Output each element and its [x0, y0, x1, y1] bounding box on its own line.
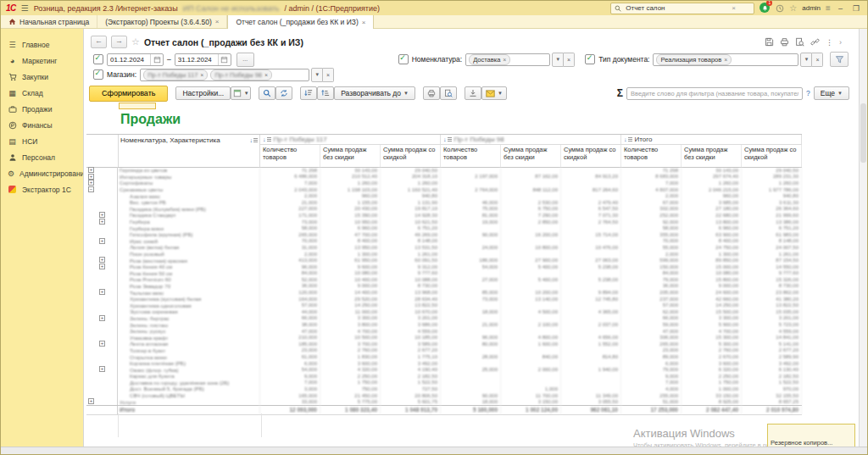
value-cell[interactable]: 29 040,50 — [381, 167, 441, 174]
value-cell[interactable] — [561, 328, 621, 335]
period-variants-button[interactable]: ... — [236, 53, 254, 67]
more-button[interactable]: Еще▼ — [814, 86, 849, 100]
value-cell[interactable]: 814,80 — [561, 353, 621, 360]
value-cell[interactable]: 3 300,00 — [682, 315, 742, 322]
row-name-cell[interactable]: Лилия (ветка) белая — [118, 244, 260, 251]
group-header-store2[interactable]: ↓Пр-т Победы 98 — [441, 135, 621, 145]
value-cell[interactable]: 1 002 124,00 — [501, 406, 561, 414]
sidebar-item-marketing[interactable]: ◕Маркетинг — [1, 53, 83, 69]
value-cell[interactable]: 87 162,00 — [501, 174, 561, 180]
value-cell[interactable]: 1 261,00 — [381, 251, 441, 258]
expand-plus-icon[interactable]: + — [88, 167, 94, 173]
store-checkbox[interactable] — [93, 69, 103, 80]
value-cell[interactable]: 13 950,00 — [320, 244, 381, 251]
value-cell[interactable]: 27 063,00 — [561, 257, 621, 264]
value-cell[interactable]: 2,000 — [260, 251, 320, 258]
value-cell[interactable]: 186,000 — [441, 257, 501, 264]
value-cell[interactable]: 2 764,50 — [561, 219, 621, 225]
value-cell[interactable]: 5 900,00 — [682, 321, 742, 328]
tab-extractor-projects[interactable]: (Экстрактор) Проекты (3.6.4.50) × — [97, 15, 227, 28]
value-cell[interactable]: 24,000 — [441, 244, 501, 251]
value-cell[interactable] — [501, 315, 561, 322]
value-cell[interactable]: 96,000 — [441, 334, 501, 341]
value-cell[interactable]: 3 150,00 — [501, 398, 561, 405]
value-cell[interactable]: 89,000 — [621, 353, 682, 360]
value-cell[interactable]: 10 080,00 — [320, 270, 381, 277]
value-cell[interactable]: 5 300,00 — [682, 341, 742, 347]
calendar-icon[interactable] — [150, 54, 163, 65]
value-cell[interactable]: 4 700,00 — [320, 328, 381, 335]
restore-button[interactable]: ❐ — [850, 4, 862, 13]
value-cell[interactable]: 9,000 — [621, 373, 682, 380]
value-cell[interactable]: 63 900,00 — [682, 231, 742, 238]
value-cell[interactable]: 7 071,30 — [561, 212, 621, 219]
value-cell[interactable]: 289 231,30 — [742, 174, 802, 180]
value-cell[interactable]: 8 657,25 — [742, 398, 802, 405]
value-cell[interactable]: 1 080 323,40 — [320, 406, 381, 414]
forward-button[interactable]: → — [111, 36, 127, 48]
value-cell[interactable]: 26 364,60 — [742, 206, 802, 213]
favorites-star-icon[interactable]: ☆ — [789, 4, 797, 13]
value-cell[interactable]: 1 260,00 — [320, 180, 381, 186]
value-cell[interactable]: 11 000,00 — [320, 308, 381, 315]
value-cell[interactable]: 38,000 — [260, 321, 320, 328]
value-cell[interactable] — [561, 270, 621, 277]
row-name-cell[interactable]: Гипсофила (крупная) (РБ) — [118, 231, 260, 238]
value-cell[interactable]: 1 261,00 — [742, 251, 802, 258]
value-cell[interactable]: 306,000 — [621, 334, 682, 341]
sidebar-item-finance[interactable]: Финансы — [1, 117, 83, 133]
value-cell[interactable]: 84 913,20 — [561, 174, 621, 180]
value-cell[interactable]: 42 660,00 — [682, 296, 742, 302]
value-cell[interactable] — [501, 347, 561, 354]
value-cell[interactable]: 2 037,00 — [561, 321, 621, 328]
value-cell[interactable]: 2 677,20 — [742, 347, 802, 354]
value-cell[interactable] — [561, 315, 621, 322]
value-cell[interactable]: 2 530,00 — [501, 199, 561, 206]
value-cell[interactable]: 19 817,10 — [381, 206, 441, 213]
value-cell[interactable]: 15 000,00 — [682, 264, 742, 270]
value-cell[interactable]: 9 777,60 — [742, 270, 802, 277]
group-header-total[interactable]: ↓Итого — [621, 135, 802, 145]
value-cell[interactable]: 4 800,00 — [501, 334, 561, 341]
value-cell[interactable]: 1 977 786,00 — [742, 186, 802, 193]
value-cell[interactable]: 150,000 — [621, 264, 682, 270]
value-cell[interactable]: 1 522,50 — [381, 380, 441, 386]
value-cell[interactable]: 29 520,00 — [320, 296, 381, 302]
value-cell[interactable]: 5 775,00 — [320, 398, 381, 405]
value-cell[interactable]: 36,000 — [260, 283, 320, 290]
value-cell[interactable]: 8 730,00 — [381, 283, 441, 290]
value-cell[interactable]: 255,000 — [621, 392, 682, 399]
value-cell[interactable] — [561, 283, 621, 290]
value-cell[interactable] — [441, 180, 501, 186]
value-cell[interactable]: 1 830,00 — [320, 353, 381, 360]
value-cell[interactable]: 2,000 — [260, 192, 320, 199]
expand-plus-icon[interactable]: + — [88, 398, 94, 404]
collapse-groups-button[interactable] — [300, 86, 317, 100]
value-cell[interactable]: 54,000 — [441, 264, 501, 270]
value-cell[interactable]: 73,000 — [441, 296, 501, 302]
row-name-cell[interactable]: СВЧ (готовый) ЦВЕТЫ — [118, 392, 260, 399]
value-cell[interactable]: 3 600,00 — [320, 360, 381, 367]
value-cell[interactable] — [501, 238, 561, 245]
value-cell[interactable]: 1 750,00 — [320, 380, 381, 386]
value-cell[interactable]: 25,000 — [441, 366, 501, 373]
selected-cell[interactable] — [119, 103, 156, 109]
value-cell[interactable]: 47,000 — [621, 328, 682, 335]
history-button[interactable] — [776, 4, 784, 13]
value-cell[interactable]: 2 250,00 — [682, 373, 742, 380]
value-cell[interactable]: 30 143,00 — [320, 167, 381, 174]
value-cell[interactable]: 599,000 — [621, 257, 682, 264]
value-cell[interactable]: 960,00 — [682, 192, 742, 199]
nomenclature-dropdown-icon[interactable]: ▾ — [552, 53, 564, 67]
value-cell[interactable]: 16 200,00 — [501, 231, 561, 238]
value-cell[interactable]: 1 155,00 — [320, 199, 381, 206]
value-cell[interactable]: 1 048 913,70 — [381, 406, 441, 414]
value-cell[interactable] — [441, 360, 501, 367]
value-cell[interactable]: 297 674,40 — [682, 174, 742, 180]
preview-icon[interactable] — [795, 37, 804, 47]
value-cell[interactable]: 20 430,00 — [320, 206, 381, 213]
value-cell[interactable]: 3 800,00 — [320, 321, 381, 328]
row-name-cell[interactable]: Роза (местная) красная — [118, 257, 260, 264]
value-cell[interactable]: 4 190,40 — [381, 366, 441, 373]
value-cell[interactable]: 6 547,50 — [561, 206, 621, 213]
